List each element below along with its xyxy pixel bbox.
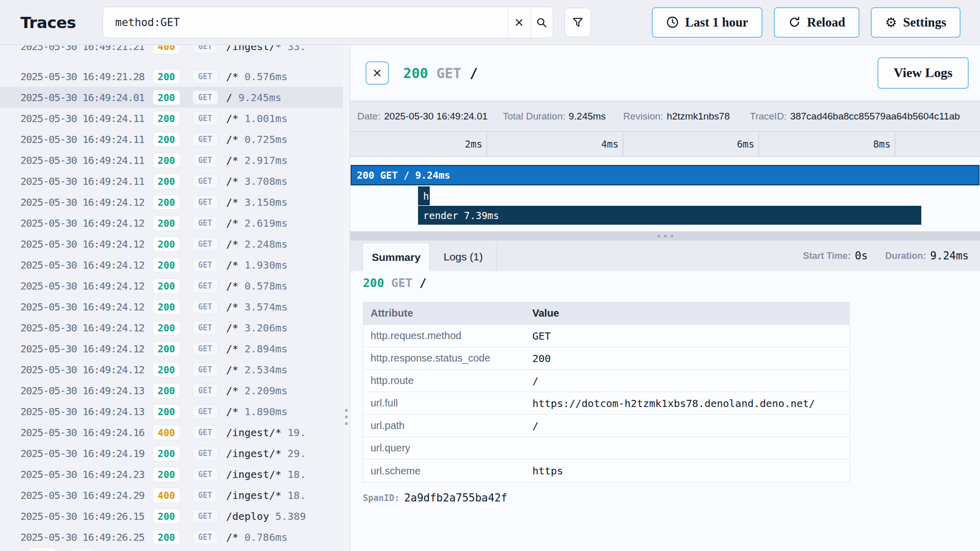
status-badge: 200 (153, 257, 180, 273)
trace-path: /* (226, 196, 238, 208)
spanid-row: SpanID: 2a9dfb2a755ba42f (363, 492, 980, 504)
trace-row[interactable]: 2025-05-30 16:49:24.11200GET/*3.708ms (0, 171, 343, 191)
detail-method: GET (436, 65, 461, 81)
trace-row[interactable]: 2025-05-30 16:49:24.13200GET/*1.890ms (0, 401, 343, 422)
trace-duration: 2.248ms (244, 238, 287, 250)
trace-row[interactable]: 2025-05-30 16:49:24.19200GET/ingest/*29. (0, 443, 343, 464)
trace-row[interactable]: 2025-05-30 16:49:24.16400GET/ingest/*19. (0, 422, 343, 443)
meta-date: Date: 2025-05-30 16:49:24.01 (357, 111, 451, 122)
settings-button[interactable]: ⚙ Settings (871, 7, 961, 38)
trace-timestamp: 2025-05-30 16:49:24.12 (20, 322, 144, 334)
trace-path: /* (226, 280, 238, 292)
status-badge: 200 (153, 69, 180, 84)
status-badge: 200 (153, 404, 180, 419)
method-badge: GET (192, 446, 218, 461)
trace-path: /* (226, 238, 238, 250)
trace-row[interactable]: 2025-05-30 16:49:24.23200GET/ingest/*18. (0, 464, 343, 485)
trace-timestamp: 2025-05-30 16:49:24.12 (20, 259, 144, 271)
search-input[interactable] (103, 7, 508, 38)
trace-row[interactable]: 2025-05-30 16:49:24.01200GET/9.245ms (0, 87, 343, 108)
trace-path: /ingest/* (226, 489, 281, 501)
view-logs-button[interactable]: View Logs (877, 57, 969, 89)
status-badge: 200 (153, 215, 180, 231)
search-button[interactable] (530, 7, 553, 38)
trace-path: /ingest/* (226, 468, 281, 481)
trace-path: /* (226, 343, 238, 355)
start-time: Start Time: 0s (803, 250, 868, 262)
close-detail-button[interactable] (365, 61, 389, 85)
status-badge: 200 (153, 195, 180, 210)
tab-logs[interactable]: Logs (1) (430, 243, 497, 271)
timeline-span[interactable]: 200 GET / 9.24ms (351, 165, 979, 185)
timeline-span[interactable]: render 7.39ms (418, 206, 921, 225)
trace-timestamp: 2025-05-30 16:49:24.11 (20, 154, 144, 166)
method-badge: GET (192, 321, 218, 335)
timeline-tick-label: 6ms (721, 138, 754, 150)
method-badge: GET (192, 132, 218, 147)
time-range-button[interactable]: Last 1 hour (652, 7, 763, 38)
time-range-label: Last 1 hour (685, 15, 748, 30)
summary-content: 200 GET / Attribute Value http.request.m… (350, 271, 980, 504)
attribute-row: http.response.status_code200 (363, 347, 849, 370)
trace-path: /ingest/* (226, 45, 281, 53)
trace-row[interactable]: 2025-05-30 16:49:24.29400GET/ingest/*18. (0, 485, 343, 506)
status-badge: 400 (153, 488, 180, 503)
trace-row[interactable]: 2025-05-30 16:49:24.11200GET/*1.001ms (0, 108, 343, 129)
trace-list[interactable]: 2025-05-30 16:49:21.21400GET/ingest/*33.… (0, 45, 343, 551)
tab-summary[interactable]: Summary (362, 243, 430, 271)
traces-app: Traces Last (0, 0, 980, 551)
trace-duration: 1.001ms (244, 112, 287, 125)
trace-timestamp: 2025-05-30 16:49:24.13 (20, 405, 144, 418)
attribute-value: https://dotcom-h2tzmk1xbs78.denoland.den… (532, 397, 849, 410)
reload-button[interactable]: Reload (774, 7, 860, 38)
trace-row[interactable]: 2025-05-30 16:49:24.12200GET/*3.206ms (0, 317, 343, 338)
close-icon (372, 68, 382, 78)
trace-duration: 9.245ms (238, 91, 281, 104)
trace-row[interactable]: 2025-05-30 16:49:24.12200GET/*2.534ms (0, 359, 343, 380)
trace-row[interactable]: 2025-05-30 16:49:24.12200GET/*2.248ms (0, 233, 343, 254)
trace-path: /* (226, 154, 238, 166)
trace-row[interactable]: 2025-05-30 16:49:24.12200GET/*2.619ms (0, 212, 343, 233)
method-badge: GET (192, 111, 218, 126)
trace-path: /ingest/* (226, 447, 281, 460)
clear-search-button[interactable] (508, 7, 530, 38)
trace-duration: 0.576ms (244, 70, 287, 83)
status-badge: 200 (153, 236, 180, 252)
panel-resize-handle[interactable] (345, 409, 348, 425)
status-badge: 200 (153, 509, 180, 524)
trace-row[interactable]: 2025-05-30 16:49:24.12200GET/*2.894ms (0, 338, 343, 359)
trace-row[interactable]: 2025-05-30 16:49:21.28200GET/*0.576ms (0, 66, 343, 87)
status-badge: 200 (153, 90, 180, 105)
trace-timestamp: 2025-05-30 16:49:24.19 (20, 447, 144, 460)
detail-status: 200 (403, 65, 428, 81)
settings-label: Settings (903, 15, 946, 30)
trace-row[interactable]: 2025-05-30 16:49:24.12200GET/*3.150ms (0, 191, 343, 212)
top-bar: Traces Last (0, 0, 980, 45)
trace-row[interactable]: 2025-05-30 16:49:24.12200GET/*1.930ms (0, 254, 343, 275)
timeline-tick-label: 4ms (585, 138, 619, 150)
trace-path: /* (226, 70, 238, 83)
trace-duration: 29. (287, 447, 306, 460)
trace-duration: 1.890ms (244, 405, 287, 418)
trace-row[interactable]: 2025-05-30 16:49:24.11200GET/*0.725ms (0, 129, 343, 150)
method-badge: GET (192, 509, 218, 523)
timeline-resize-handle[interactable] (350, 231, 980, 241)
status-badge: 200 (153, 278, 180, 294)
trace-row[interactable]: 2025-05-30 16:49:26.25200GET/*0.786ms (0, 526, 343, 547)
trace-row[interactable]: 2025-05-30 16:49:21.21400GET/ingest/*33. (0, 45, 343, 66)
trace-row[interactable]: 200GET (0, 547, 343, 551)
method-badge: GET (192, 216, 218, 230)
trace-row[interactable]: 2025-05-30 16:49:24.12200GET/*0.578ms (0, 275, 343, 296)
detail-title: 200 GET / (403, 65, 478, 81)
method-badge: GET (68, 548, 94, 551)
trace-row[interactable]: 2025-05-30 16:49:24.11200GET/*2.917ms (0, 150, 343, 171)
trace-row[interactable]: 2025-05-30 16:49:24.13200GET/*2.209ms (0, 380, 343, 401)
attribute-name: url.scheme (363, 465, 532, 477)
value-column-header: Value (532, 307, 849, 319)
trace-row[interactable]: 2025-05-30 16:49:26.15200GET/deploy5.389 (0, 506, 343, 526)
trace-timestamp: 2025-05-30 16:49:24.11 (20, 133, 144, 146)
method-badge: GET (192, 45, 218, 54)
trace-row[interactable]: 2025-05-30 16:49:24.12200GET/*3.574ms (0, 296, 343, 317)
timeline-span[interactable]: h (418, 186, 430, 205)
filter-button[interactable] (565, 8, 591, 37)
